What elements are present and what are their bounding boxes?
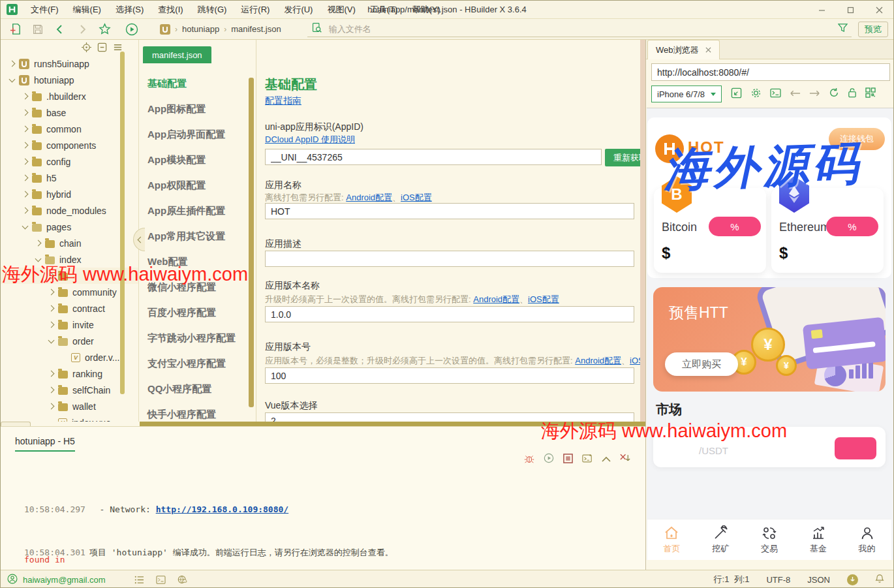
tree-item-components[interactable]: components	[1, 137, 138, 153]
browser-url-input[interactable]	[651, 63, 890, 81]
menu-goto[interactable]: 跳转(G)	[191, 1, 234, 19]
tree-item-hybrid[interactable]: hybrid	[1, 186, 138, 202]
minimize-button[interactable]	[807, 1, 836, 19]
nav-trade[interactable]: 交易	[745, 519, 794, 560]
network-url-link[interactable]: http://192.168.0.109:8080/	[156, 504, 289, 514]
nav-app-splash-config[interactable]: App启动界面配置	[147, 129, 225, 141]
tree-item-chain[interactable]: chain	[1, 235, 138, 251]
menu-select[interactable]: 选择(S)	[108, 1, 151, 19]
account-email[interactable]: haiwaiym@gmail.com	[23, 575, 106, 585]
tree-item-h5[interactable]: h5	[1, 170, 138, 186]
syntax-indicator[interactable]: JSON	[807, 575, 830, 585]
lock-icon[interactable]	[848, 87, 857, 101]
dcloud-appid-help-link[interactable]: DCloud AppID 使用说明	[265, 134, 355, 144]
maximize-button[interactable]	[836, 1, 865, 19]
menu-view[interactable]: 视图(V)	[320, 1, 362, 19]
download-icon[interactable]	[847, 574, 858, 585]
nav-fund[interactable]: 基金	[794, 519, 842, 560]
tree-item-runsh5uinapp[interactable]: runsh5uinapp	[1, 55, 138, 72]
menu-edit[interactable]: 编辑(E)	[66, 1, 108, 19]
refresh-icon[interactable]	[829, 87, 839, 101]
tree-scrollbar[interactable]	[120, 52, 125, 394]
webview-tab[interactable]: Web浏览器	[647, 40, 720, 59]
browser-back-icon[interactable]	[790, 88, 801, 100]
nav-profile[interactable]: 我的	[842, 519, 891, 560]
console-toggle-icon[interactable]	[770, 88, 781, 101]
buy-now-button[interactable]: 立即购买	[665, 352, 738, 376]
nav-home[interactable]: 首页	[647, 519, 696, 560]
manifest-tab[interactable]: manifest.json	[143, 46, 211, 63]
nav-app-native-plugin-config[interactable]: App原生插件配置	[147, 205, 225, 217]
encoding-indicator[interactable]: UTF-8	[766, 575, 790, 585]
ios-config-link[interactable]: iOS配置	[528, 294, 559, 304]
nav-bytedance-mp-config[interactable]: 字节跳动小程序配置	[147, 332, 236, 345]
appid-input[interactable]	[265, 149, 602, 165]
menu-find[interactable]: 查找(I)	[151, 1, 190, 19]
tree-item-node-modules[interactable]: node_modules	[1, 202, 138, 219]
outline-list-icon[interactable]	[134, 576, 144, 584]
nav-app-module-config[interactable]: App模块配置	[147, 154, 206, 166]
resume-icon[interactable]	[544, 453, 554, 466]
nav-baidu-mp-config[interactable]: 百度小程序配置	[147, 307, 216, 319]
nav-kuaishou-mp-config[interactable]: 快手小程序配置	[147, 409, 216, 421]
gear-icon[interactable]	[750, 87, 762, 101]
tree-item-wallet[interactable]: wallet	[1, 398, 138, 414]
file-search-input[interactable]	[328, 23, 833, 35]
breadcrumb-file[interactable]: manifest.json	[231, 24, 281, 34]
menu-run[interactable]: 运行(R)	[234, 1, 277, 19]
tree-item-hbuilderx[interactable]: .hbuilderx	[1, 88, 138, 104]
version-name-input[interactable]	[265, 306, 634, 322]
qr-code-icon[interactable]	[865, 87, 876, 101]
android-config-link[interactable]: Android配置	[575, 356, 621, 365]
coin-card-ethereum[interactable]: Ethereum % $	[771, 188, 884, 273]
terminal-icon[interactable]	[582, 454, 593, 466]
breadcrumb-project[interactable]: hotuniapp	[182, 24, 219, 34]
open-external-icon[interactable]	[731, 87, 742, 101]
tree-item-pages[interactable]: pages	[1, 219, 138, 235]
tree-item-index-vue[interactable]: Vindex.vue	[1, 414, 138, 422]
close-button[interactable]	[865, 1, 893, 19]
tree-item-config[interactable]: config	[1, 153, 138, 170]
terminal-icon[interactable]	[156, 576, 166, 584]
android-config-link[interactable]: Android配置	[346, 193, 392, 202]
editor-scrollbar[interactable]	[640, 40, 645, 422]
star-icon[interactable]	[93, 21, 116, 38]
account-icon[interactable]	[7, 574, 18, 586]
locate-file-icon[interactable]	[82, 42, 91, 55]
stop-icon[interactable]	[563, 454, 573, 466]
run-icon[interactable]	[121, 21, 143, 38]
close-webview-icon[interactable]	[705, 45, 711, 55]
regenerate-appid-button[interactable]: 重新获取	[605, 149, 645, 166]
console-tab[interactable]: hotuniapp - H5	[15, 436, 75, 452]
tree-item-hotuniapp[interactable]: hotuniapp	[1, 72, 138, 88]
nav-app-icon-config[interactable]: App图标配置	[147, 103, 206, 116]
save-icon[interactable]	[27, 21, 49, 38]
nav-app-misc-config[interactable]: App常用其它设置	[147, 230, 225, 243]
device-selector[interactable]: iPhone 6/7/8	[651, 85, 722, 102]
nav-alipay-mp-config[interactable]: 支付宝小程序配置	[147, 358, 226, 370]
browser-forward-icon[interactable]	[809, 88, 820, 100]
config-guide-link[interactable]: 配置指南	[265, 95, 301, 106]
bell-icon[interactable]	[875, 574, 884, 585]
tree-item-contract[interactable]: contract	[1, 300, 138, 317]
presale-banner[interactable]: ¥ ¥ ¥ 预售HTT 立即购买	[653, 287, 886, 392]
menu-file[interactable]: 文件(F)	[23, 1, 66, 19]
android-config-link[interactable]: Android配置	[473, 294, 519, 304]
tree-item-common[interactable]: common	[1, 121, 138, 137]
collapse-all-icon[interactable]	[97, 42, 107, 55]
tree-item-selfchain[interactable]: selfChain	[1, 382, 138, 398]
market-trade-button[interactable]	[835, 437, 876, 459]
tree-item-ranking[interactable]: ranking	[1, 365, 138, 382]
nav-mining[interactable]: 挖矿	[696, 519, 745, 560]
new-file-icon[interactable]	[5, 21, 27, 38]
forward-icon[interactable]	[71, 21, 93, 38]
nav-basic-config[interactable]: 基础配置	[147, 78, 187, 90]
tree-item-order-vue[interactable]: Vorder.v...	[1, 349, 138, 365]
app-name-input[interactable]	[265, 203, 634, 219]
language-service-icon[interactable]	[177, 575, 187, 584]
nav-app-permission-config[interactable]: App权限配置	[147, 179, 206, 192]
debug-bug-icon[interactable]	[524, 454, 534, 466]
ios-config-link[interactable]: iOS配置	[401, 193, 432, 202]
clear-console-icon[interactable]	[620, 454, 631, 465]
menu-publish[interactable]: 发行(U)	[277, 1, 320, 19]
